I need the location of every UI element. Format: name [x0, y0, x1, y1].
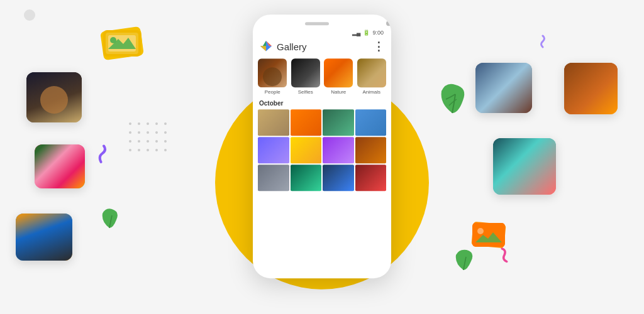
album-animals-label: Animals [363, 89, 380, 95]
october-section-title: October [258, 100, 386, 107]
phone-device: ▂▄ 🔋 9:00 Gallery ⋮ People [253, 14, 391, 278]
album-animals[interactable]: Animals [357, 58, 387, 95]
floating-photo-2 [35, 144, 85, 188]
album-people-label: People [265, 89, 280, 95]
phone-camera [386, 21, 391, 26]
signal-icon: ▂▄ [352, 30, 360, 36]
photo-cell-5[interactable] [258, 137, 289, 163]
floating-photo-3 [16, 214, 72, 261]
album-people[interactable]: People [258, 58, 287, 95]
svg-rect-8 [472, 223, 505, 247]
image-badge-icon [99, 26, 145, 63]
album-animals-thumb [357, 58, 386, 87]
squiggle-decoration-1 [91, 143, 113, 170]
floating-photo-6 [564, 63, 618, 114]
leaf-decoration-2 [99, 207, 119, 234]
album-selfies[interactable]: Selfies [291, 58, 321, 95]
leaf-decoration-3 [453, 248, 475, 276]
photo-cell-2[interactable] [291, 109, 322, 136]
orange-image-badge [470, 221, 507, 251]
svg-point-9 [477, 228, 484, 234]
floating-photo-5 [493, 138, 556, 195]
album-nature-label: Nature [331, 89, 346, 95]
status-time: 9:00 [372, 30, 384, 36]
albums-row: People Selfies Nature Animals [258, 58, 386, 95]
october-section: October [258, 100, 386, 191]
album-selfies-thumb [291, 58, 320, 87]
photo-cell-3[interactable] [323, 109, 354, 136]
photo-cell-4[interactable] [355, 109, 387, 136]
floating-photo-4 [475, 63, 532, 113]
photo-cell-1[interactable] [258, 109, 289, 136]
photo-cell-8[interactable] [355, 137, 387, 163]
dot-pattern-decoration [129, 122, 169, 154]
phone-top-notch [253, 14, 391, 28]
album-nature-thumb [324, 58, 353, 87]
photo-grid [258, 109, 386, 191]
phone-status-bar: ▂▄ 🔋 9:00 [253, 28, 391, 36]
album-nature[interactable]: Nature [324, 58, 353, 95]
battery-icon: 🔋 [363, 30, 370, 36]
album-people-thumb [258, 58, 287, 87]
menu-dots[interactable]: ⋮ [373, 40, 385, 53]
squiggle-decoration-3 [537, 35, 548, 51]
photo-cell-11[interactable] [323, 165, 354, 191]
leaf-decoration-1 [436, 82, 468, 122]
photo-cell-6[interactable] [291, 137, 322, 163]
image-icon-svg [99, 26, 145, 60]
photo-cell-10[interactable] [291, 165, 322, 191]
phone-content: People Selfies Nature Animals October [253, 56, 391, 278]
app-top-bar: Gallery ⋮ [253, 36, 391, 56]
phone-speaker [305, 22, 329, 25]
floating-photo-1 [26, 72, 82, 122]
photo-cell-12[interactable] [355, 165, 387, 191]
app-title: Gallery [277, 41, 369, 52]
photo-cell-7[interactable] [323, 137, 354, 163]
album-selfies-label: Selfies [298, 89, 313, 95]
gallery-logo-icon [259, 40, 273, 53]
top-left-circle [24, 9, 35, 21]
photo-cell-9[interactable] [258, 165, 289, 191]
